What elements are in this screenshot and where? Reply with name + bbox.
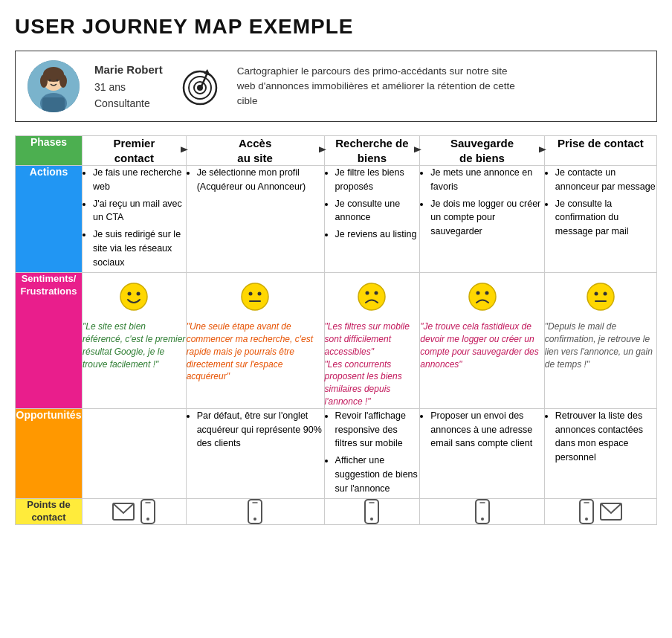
opp-cell-1 xyxy=(83,408,187,499)
sentiment-cell-1: "Le site est bien référencé, c'est le pr… xyxy=(83,273,187,409)
action-cell-5: Je contacte un annonceur par message Je … xyxy=(544,166,656,273)
svg-point-31 xyxy=(485,291,488,295)
opportunites-row: Opportunités Par défaut, être sur l'ongl… xyxy=(16,408,657,499)
svg-point-50 xyxy=(585,518,588,521)
phase-col-5: Prise de contact xyxy=(544,136,656,166)
phase-col-1: Premiercontact xyxy=(83,136,187,166)
phone-icon xyxy=(248,499,262,524)
action-cell-1: Je fais une recherche web J'ai reçu un m… xyxy=(83,166,187,273)
phases-row: Phases Premiercontact Accèsau site Reche… xyxy=(16,136,657,166)
actions-label: Actions xyxy=(16,166,83,273)
svg-point-7 xyxy=(56,80,59,82)
goal-icon xyxy=(178,64,222,109)
contact-cell-2 xyxy=(186,499,324,525)
goal-text: Cartographier le parcours des primo-accé… xyxy=(237,64,520,109)
email-icon xyxy=(112,503,135,521)
points-label: Points decontact xyxy=(16,499,83,525)
phase-col-4: Sauvegardede biens xyxy=(420,136,545,166)
svg-marker-16 xyxy=(319,146,326,152)
sentiments-label: Sentiments/Frustrations xyxy=(16,273,83,409)
opp-cell-3: Revoir l'affichage responsive des filtre… xyxy=(324,408,420,499)
svg-point-21 xyxy=(137,292,140,296)
svg-marker-15 xyxy=(181,146,188,152)
points-de-contact-row: Points decontact xyxy=(16,499,657,525)
svg-point-22 xyxy=(242,283,268,310)
opportunites-label: Opportunités xyxy=(16,408,83,499)
action-cell-2: Je sélectionne mon profil (Acquéreur ou … xyxy=(186,166,324,273)
person-role: Consultante xyxy=(94,95,163,112)
journey-table: Phases Premiercontact Accèsau site Reche… xyxy=(15,135,657,525)
svg-point-44 xyxy=(370,518,373,521)
page-title: USER JOURNEY MAP EXEMPLE xyxy=(15,15,657,39)
action-cell-3: Je filtre les biens proposés Je consulte… xyxy=(324,166,420,273)
svg-marker-17 xyxy=(414,146,421,152)
svg-point-20 xyxy=(128,292,132,296)
contact-cell-3 xyxy=(324,499,420,525)
svg-point-19 xyxy=(120,283,147,310)
phase-col-2: Accèsau site xyxy=(186,136,324,166)
contact-cell-4 xyxy=(420,499,545,525)
contact-cell-1 xyxy=(83,499,187,525)
svg-rect-8 xyxy=(42,97,65,112)
svg-point-32 xyxy=(587,283,614,310)
svg-point-30 xyxy=(476,291,479,295)
person-info: Marie Robert 31 ans Consultante xyxy=(94,61,163,112)
svg-point-27 xyxy=(366,291,369,295)
sentiment-cell-3: "Les filtres sur mobile sont difficileme… xyxy=(324,273,420,409)
avatar xyxy=(28,60,80,112)
phase-col-3: Recherche debiens xyxy=(324,136,420,166)
svg-point-28 xyxy=(375,291,378,295)
sentiment-cell-2: "Une seule étape avant de commencer ma r… xyxy=(186,273,324,409)
svg-point-34 xyxy=(603,292,607,296)
svg-point-5 xyxy=(59,74,67,88)
svg-point-23 xyxy=(249,292,253,296)
person-name: Marie Robert xyxy=(94,61,163,79)
header-info: Marie Robert 31 ans Consultante Cartogra… xyxy=(15,51,657,122)
svg-point-47 xyxy=(481,518,484,521)
phone-icon xyxy=(579,499,594,524)
phone-icon xyxy=(364,499,379,524)
actions-row: Actions Je fais une recherche web J'ai r… xyxy=(16,166,657,273)
svg-marker-18 xyxy=(539,146,546,152)
svg-point-6 xyxy=(49,80,51,82)
opp-cell-5: Retrouver la liste des annonces contacté… xyxy=(544,408,656,499)
svg-point-33 xyxy=(594,292,598,296)
sentiment-cell-4: "Je trouve cela fastidieux de devoir me … xyxy=(420,273,545,409)
sentiment-cell-5: "Depuis le mail de confirmation, je retr… xyxy=(544,273,656,409)
person-age: 31 ans xyxy=(94,79,163,95)
svg-point-38 xyxy=(146,518,149,521)
svg-point-41 xyxy=(253,518,256,521)
svg-point-24 xyxy=(258,292,262,296)
svg-point-4 xyxy=(40,74,48,88)
contact-cell-5 xyxy=(544,499,656,525)
opp-cell-4: Proposer un envoi des annonces à une adr… xyxy=(420,408,545,499)
phone-icon xyxy=(140,499,155,524)
email-icon xyxy=(600,503,622,521)
phases-label: Phases xyxy=(16,136,83,166)
opp-cell-2: Par défaut, être sur l'onglet acquéreur … xyxy=(186,408,324,499)
svg-point-26 xyxy=(358,283,385,310)
sentiments-row: Sentiments/Frustrations "Le site est bie… xyxy=(16,273,657,409)
svg-point-29 xyxy=(469,283,496,310)
phone-icon xyxy=(475,499,490,524)
action-cell-4: Je mets une annonce en favoris Je dois m… xyxy=(420,166,545,273)
